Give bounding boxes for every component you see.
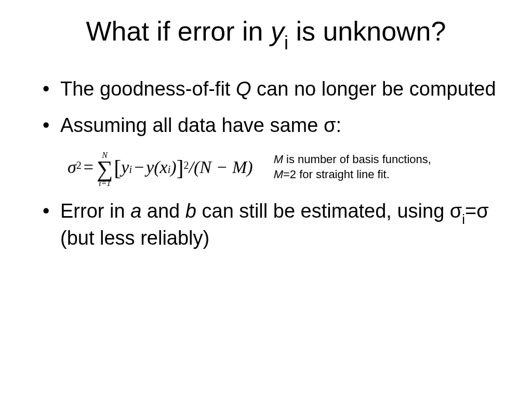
bullet-1-suffix: can no longer be computed: [251, 78, 496, 100]
slide: What if error in yi is unknown? The good…: [0, 0, 532, 283]
eq-tail: /(N − M): [189, 157, 253, 177]
bullet-list: The goodness-of-fit Q can no longer be c…: [42, 77, 501, 138]
left-bracket: [: [114, 159, 121, 177]
title-suffix: is unknown?: [288, 16, 446, 46]
eq-yx-sub: i: [168, 164, 171, 176]
bullet-3-mid1: and: [141, 200, 185, 222]
bullet-2: Assuming all data have same σ:: [42, 113, 501, 138]
sum-sigma-icon: ∑: [97, 159, 113, 179]
slide-title: What if error in yi is unknown?: [31, 16, 501, 51]
bullet-3-mid2: can still be estimated, using σ: [196, 200, 462, 222]
note-line-2: M=2 for straight line fit.: [274, 167, 431, 182]
eq-minus: −: [132, 157, 146, 177]
sum-lower: i=1: [99, 179, 111, 188]
equation-row: σ2 = N ∑ i=1 [ yi − y(xi) ]2 /(N − M) M …: [68, 149, 501, 185]
note-m1: M: [274, 153, 283, 166]
eq-sigma: σ: [68, 157, 76, 177]
title-sub-i: i: [284, 32, 288, 54]
title-prefix: What if error in: [86, 16, 271, 46]
eq-outer-exp: 2: [184, 159, 189, 171]
note-m2: M: [274, 168, 283, 181]
equation-note: M is number of basis functions, M=2 for …: [274, 152, 431, 182]
eq-yi-y: y: [121, 157, 129, 177]
eq-equals: =: [82, 157, 96, 177]
right-bracket: ]: [177, 159, 184, 177]
note-l1-rest: is number of basis functions,: [283, 153, 431, 166]
bullet-1-prefix: The goodness-of-fit: [60, 78, 236, 100]
eq-sigma-exp: 2: [76, 159, 82, 171]
eq-yx-post: ): [170, 157, 176, 177]
note-l2-rest: =2 for straight line fit.: [283, 168, 390, 181]
bullet-2-text: Assuming all data have same σ:: [60, 114, 341, 136]
bullet-3-prefix: Error in: [60, 200, 130, 222]
bullet-3: Error in a and b can still be estimated,…: [42, 199, 501, 251]
bullet-1: The goodness-of-fit Q can no longer be c…: [42, 77, 501, 102]
bullet-3-var-a: a: [130, 200, 141, 222]
note-line-1: M is number of basis functions,: [274, 152, 431, 167]
bullet-list-2: Error in a and b can still be estimated,…: [42, 199, 501, 251]
bullet-3-var-b: b: [185, 200, 196, 222]
bullet-3-sub: i: [462, 211, 465, 227]
eq-yi-sub: i: [129, 164, 132, 176]
sigma-squared-equation: σ2 = N ∑ i=1 [ yi − y(xi) ]2 /(N − M): [68, 149, 253, 185]
title-var-y: y: [271, 16, 284, 46]
bullet-1-var-q: Q: [236, 78, 251, 100]
eq-yx-pre: y(x: [146, 157, 168, 177]
summation-symbol: N ∑ i=1: [97, 151, 113, 187]
